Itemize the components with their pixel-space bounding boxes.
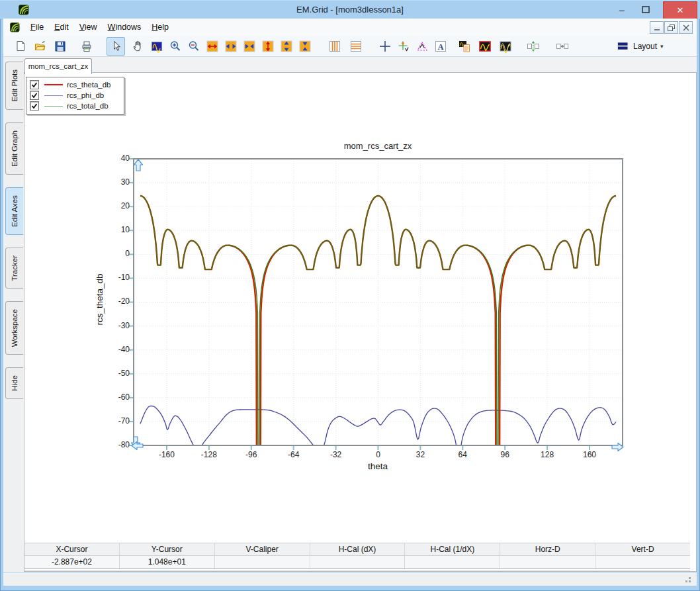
- mdi-restore-icon: [666, 23, 677, 32]
- zoom-in-button[interactable]: [166, 37, 185, 56]
- x-axis-label: theta: [351, 461, 404, 471]
- app-logo-glyph: [10, 23, 20, 32]
- status-value-cell: [215, 556, 310, 569]
- edit-curves-button[interactable]: [496, 37, 515, 56]
- menu-bar: FileEditViewWindowsHelp: [3, 19, 697, 36]
- y-tick-label: -30: [100, 321, 130, 330]
- legend-row: rcs_total_db: [26, 101, 124, 111]
- legend-line-sample: [44, 95, 63, 96]
- legend-checkbox-rcs_total_db[interactable]: [30, 101, 39, 111]
- open-file-icon: [33, 39, 48, 54]
- x-tick-label: 0: [364, 450, 393, 459]
- menu-edit[interactable]: Edit: [49, 23, 74, 32]
- y-tick-label: 20: [100, 201, 130, 210]
- expand-x-button[interactable]: [203, 37, 222, 56]
- legend-box[interactable]: rcs_theta_dbrcs_phi_dbrcs_total_db: [26, 77, 124, 114]
- legend-checkbox-rcs_phi_db[interactable]: [30, 91, 39, 100]
- window-title: EM.Grid - [mom3dlesson1a]: [0, 1, 700, 19]
- x-tick-label: 96: [490, 450, 519, 459]
- caliper-button[interactable]: [413, 37, 431, 56]
- svg-text:A: A: [438, 42, 444, 51]
- pan-hand-button[interactable]: [129, 37, 148, 56]
- new-file-icon: [13, 39, 28, 54]
- x-tick-label: -160: [152, 450, 181, 459]
- x-tick-label: 160: [575, 450, 604, 459]
- status-value-cell: [595, 556, 690, 569]
- document-tab[interactable]: mom_rcs_cart_zx: [24, 58, 92, 74]
- save-file-button[interactable]: [51, 37, 69, 56]
- match-width-button[interactable]: [553, 37, 572, 56]
- app-logo-icon-small: [10, 23, 20, 32]
- horizontal-grid-button[interactable]: [347, 37, 365, 56]
- minimize-button[interactable]: –: [612, 3, 632, 17]
- mdi-restore-button[interactable]: [664, 21, 678, 34]
- chevron-down-icon: ▾: [660, 43, 664, 50]
- text-annotation-button[interactable]: A: [431, 37, 450, 56]
- select-pointer-icon: [109, 39, 123, 54]
- caliper-icon: [415, 39, 429, 54]
- mdi-window-controls: [650, 21, 693, 34]
- expand-y-button[interactable]: [259, 37, 277, 56]
- mdi-minimize-button[interactable]: [650, 21, 664, 34]
- resize-grip[interactable]: [683, 575, 691, 583]
- sidebar-tab-tracker[interactable]: Tracker: [5, 248, 23, 289]
- stretch-x-button[interactable]: [222, 37, 240, 56]
- print-icon: [79, 39, 94, 54]
- zoom-out-button[interactable]: [185, 37, 203, 56]
- mdi-close-button[interactable]: [679, 21, 693, 34]
- x-tick-label: -32: [322, 450, 351, 459]
- zoom-window-button[interactable]: [148, 37, 166, 56]
- x-tick-label: 32: [406, 450, 435, 459]
- y-tick-label: -40: [100, 345, 130, 354]
- tracker-icon: [396, 39, 411, 54]
- sidebar-tab-label: Hide: [11, 375, 19, 391]
- divider-line: [24, 570, 690, 571]
- zoom-out-icon: [187, 39, 201, 54]
- maximize-button[interactable]: [635, 3, 656, 17]
- layout-menu-button[interactable]: Layout▾: [613, 37, 668, 56]
- edit-curves-icon: [498, 39, 513, 54]
- new-file-button[interactable]: [11, 37, 30, 56]
- compress-y-icon: [298, 39, 312, 54]
- compress-x-icon: [242, 39, 257, 54]
- match-height-button[interactable]: [524, 37, 543, 56]
- title-bar[interactable]: EM.Grid - [mom3dlesson1a] – ✕: [0, 0, 700, 19]
- horizontal-grid-icon: [349, 39, 363, 54]
- tracker-button[interactable]: [394, 37, 413, 56]
- expand-x-icon: [205, 39, 220, 54]
- compress-x-button[interactable]: [240, 37, 259, 56]
- select-pointer-button[interactable]: [107, 37, 125, 56]
- status-value-cell: [500, 556, 595, 569]
- menu-help[interactable]: Help: [146, 23, 174, 32]
- close-button[interactable]: ✕: [663, 1, 697, 19]
- menu-view[interactable]: View: [74, 23, 103, 32]
- y-tick-label: -70: [100, 416, 130, 426]
- menu-windows[interactable]: Windows: [103, 23, 147, 32]
- compress-y-button[interactable]: [296, 37, 314, 56]
- status-header-cell: X-Cursor: [24, 543, 120, 556]
- menu-file[interactable]: File: [25, 23, 49, 32]
- sidebar-tab-edit-axes[interactable]: Edit Axes: [5, 187, 23, 235]
- vertical-grid-button[interactable]: [326, 37, 344, 56]
- legend-label: rcs_phi_db: [67, 91, 104, 99]
- y-tick-label: -60: [100, 392, 130, 402]
- plot-report-button[interactable]: [455, 37, 474, 56]
- sidebar-tab-edit-graph[interactable]: Edit Graph: [5, 122, 23, 175]
- sidebar-tab-hide[interactable]: Hide: [5, 367, 23, 399]
- stretch-y-button[interactable]: [277, 37, 296, 56]
- plot-document-area[interactable]: [24, 57, 697, 572]
- x-tick-label: -96: [237, 450, 266, 459]
- sidebar-tab-workspace[interactable]: Workspace: [5, 301, 23, 355]
- status-header-cell: V-Caliper: [215, 543, 310, 556]
- sidebar-tab-label: Edit Graph: [11, 130, 19, 167]
- legend-checkbox-rcs_theta_db[interactable]: [30, 80, 39, 89]
- crosshair-button[interactable]: [376, 37, 394, 56]
- open-file-button[interactable]: [31, 37, 50, 56]
- print-button[interactable]: [77, 37, 96, 56]
- legend-line-sample: [44, 106, 63, 107]
- crosshair-icon: [378, 39, 392, 54]
- pan-hand-icon: [131, 39, 146, 54]
- status-value-cell: 1.048e+01: [120, 556, 215, 569]
- sidebar-tab-edit-plots[interactable]: Edit Plots: [5, 62, 23, 110]
- edit-curve-button[interactable]: [476, 37, 494, 56]
